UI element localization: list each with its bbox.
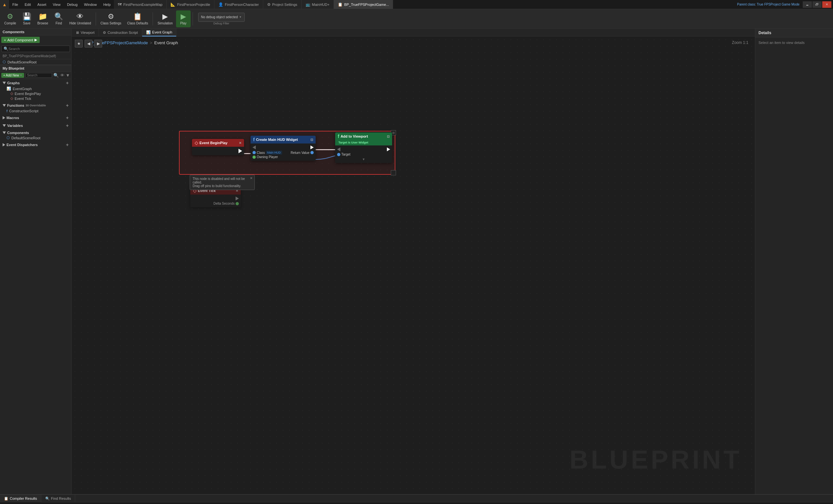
browse-button[interactable]: 📁 Browse xyxy=(35,10,51,27)
class-settings-button[interactable]: ⚙ Class Settings xyxy=(98,10,124,27)
create-main-hud-node[interactable]: f Create Main HUD Widget ⊡ xyxy=(251,136,316,161)
simulation-button[interactable]: ▶ Simulation xyxy=(155,10,175,27)
bp-graphs-section: Graphs + 📊 EventGraph ◇ Event BeginPlay … xyxy=(0,79,71,101)
bp-components-header[interactable]: Components xyxy=(0,130,71,135)
class-defaults-button[interactable]: 📋 Class Defaults xyxy=(125,10,151,27)
create-hud-exec-in[interactable] xyxy=(253,145,256,149)
debug-filter-button[interactable]: No debug object selected ▼ xyxy=(198,13,245,22)
bp-functions-section: Functions 30 Overridable + f Constructio… xyxy=(0,101,71,114)
add-viewport-expand-btn[interactable]: ▼ xyxy=(362,158,365,161)
construction-tab-icon: ⚙ xyxy=(103,30,106,35)
hide-unrelated-button[interactable]: 👁 Hide Unrelated xyxy=(67,10,94,27)
tab-event-graph[interactable]: 📊 Event Graph xyxy=(142,29,177,37)
compiler-output: • [0876.88] Compile of BP_TrueFPSProject… xyxy=(0,502,833,504)
tab-bp-true-fps[interactable]: 📋 BP_TrueFPSProjectGame... xyxy=(334,0,394,9)
compile-button[interactable]: ⚙ Compile xyxy=(2,10,19,27)
bp-variables-section: Variables + xyxy=(0,122,71,129)
save-button[interactable]: 💾 Save xyxy=(20,10,34,27)
save-icon: 💾 xyxy=(22,13,31,21)
bp-event-dispatchers-header[interactable]: Event Dispatchers + xyxy=(0,142,71,148)
bp-add-new-button[interactable]: + Add New ▼ xyxy=(1,73,24,78)
bp-event-graph-item[interactable]: 📊 EventGraph xyxy=(0,86,71,91)
menu-asset[interactable]: Asset xyxy=(34,0,50,9)
scene-root-icon: ⬡ xyxy=(3,60,6,64)
add-component-area: + Add Component ▶ xyxy=(0,35,71,44)
bp-search-input[interactable] xyxy=(27,74,50,77)
create-hud-class-pin[interactable] xyxy=(253,151,256,154)
tab-project-settings[interactable]: ⚙ Project Settings xyxy=(263,0,302,9)
add-viewport-exec-out[interactable] xyxy=(387,147,390,151)
menu-file[interactable]: File xyxy=(9,0,22,9)
bp-construction-script-item[interactable]: f ConstructionScript xyxy=(0,109,71,113)
begin-play-icon: ◇ xyxy=(10,91,13,96)
play-button[interactable]: ▶ Play xyxy=(176,10,191,27)
event-begin-play-close[interactable]: ✕ xyxy=(239,141,241,145)
main-layout: Components + Add Component ▶ 🔍 BP_TrueFP… xyxy=(0,29,833,494)
create-hud-return-pin[interactable] xyxy=(310,151,314,154)
bp-functions-header[interactable]: Functions 30 Overridable + xyxy=(0,102,71,109)
bp-search-bar[interactable] xyxy=(25,73,52,78)
menu-debug[interactable]: Debug xyxy=(64,0,81,9)
tab-first-person-character[interactable]: 👤 FirstPersonCharacter xyxy=(214,0,263,9)
add-viewport-exec-in[interactable] xyxy=(337,147,340,151)
blueprint-watermark: BLUEPRINT xyxy=(569,445,742,475)
bp-graphs-header[interactable]: Graphs + xyxy=(0,80,71,86)
close-button[interactable]: ✕ xyxy=(822,1,831,8)
components-search-bar[interactable]: 🔍 xyxy=(1,46,70,52)
window-controls: 🗕 🗗 ✕ xyxy=(803,1,833,8)
event-tick-icon: ◇ xyxy=(10,96,13,100)
bp-search-icon-button[interactable]: 🔍 xyxy=(53,73,59,78)
event-begin-play-exec-out[interactable] xyxy=(239,149,242,153)
bp-macros-header[interactable]: Macros + xyxy=(0,115,71,121)
tab-first-person-projectile[interactable]: 📐 FirstPersonProjectile xyxy=(167,0,214,9)
construction-script-icon: f xyxy=(6,109,7,113)
menu-edit[interactable]: Edit xyxy=(22,0,34,9)
disabled-node-tooltip: This node is disabled and will not be ca… xyxy=(190,175,255,190)
bp-event-tick-item[interactable]: ◇ Event Tick xyxy=(0,96,71,101)
bp-default-scene-root-item[interactable]: ⬡ DefaultSceneRoot xyxy=(0,135,71,140)
add-to-viewport-node[interactable]: f Add to Viewport ⊡ Target is User Widge… xyxy=(335,133,392,163)
tab-main-hud[interactable]: 📺 MainHUD+ xyxy=(302,0,334,9)
create-hud-exec-out[interactable] xyxy=(310,145,314,149)
tab-first-person-example-map[interactable]: 🗺 FirstPersonExampleMap xyxy=(114,0,167,9)
event-tick-delta-pin[interactable] xyxy=(236,202,239,205)
components-search-input[interactable] xyxy=(8,47,68,51)
menu-help[interactable]: Help xyxy=(100,0,114,9)
add-viewport-collapse[interactable]: ⊡ xyxy=(387,135,389,138)
bp-variables-add-icon[interactable]: + xyxy=(66,123,69,128)
maximize-button[interactable]: 🗗 xyxy=(812,1,822,8)
bp-event-dispatchers-add-icon[interactable]: + xyxy=(66,142,69,147)
bp-eye-button[interactable]: 👁 xyxy=(60,73,65,78)
event-tick-exec-out[interactable] xyxy=(236,196,239,200)
minimize-button[interactable]: 🗕 xyxy=(803,1,812,8)
tab-viewport[interactable]: 🖥 Viewport xyxy=(72,29,99,37)
bottom-tab-compiler-results[interactable]: 📋 Compiler Results xyxy=(0,495,41,502)
create-hud-collapse[interactable]: ⊡ xyxy=(310,138,313,142)
event-dispatchers-expand-icon xyxy=(3,143,5,146)
add-viewport-target-pin[interactable] xyxy=(337,153,340,156)
bp-functions-add-icon[interactable]: + xyxy=(66,103,69,108)
find-button[interactable]: 🔍 Find xyxy=(51,10,66,27)
add-component-button[interactable]: + Add Component ▶ xyxy=(1,37,40,43)
canvas-zoom-level: Zoom 1:1 xyxy=(732,40,748,45)
bp-options-button[interactable]: ▼ xyxy=(66,73,70,78)
bp-variables-header[interactable]: Variables + xyxy=(0,122,71,129)
app-logo: ▲ xyxy=(0,0,9,9)
disabled-tooltip-close[interactable]: ✕ xyxy=(250,176,253,180)
canvas-forward-button[interactable]: ▶ xyxy=(94,40,102,48)
tab-construction-script[interactable]: ⚙ Construction Script xyxy=(99,29,142,37)
create-hud-owning-pin[interactable] xyxy=(253,155,256,159)
components-panel: Components + Add Component ▶ 🔍 BP_TrueFP… xyxy=(0,29,71,65)
default-scene-root-item[interactable]: ⬡ DefaultSceneRoot xyxy=(0,59,71,65)
details-panel-header: Details xyxy=(755,29,833,38)
event-begin-play-node[interactable]: ◇ Event BeginPlay ✕ xyxy=(192,139,244,155)
bp-macros-add-icon[interactable]: + xyxy=(66,115,69,120)
canvas-back-button[interactable]: ◀ xyxy=(85,40,92,48)
canvas-star-button[interactable]: ★ xyxy=(75,40,82,48)
bottom-tab-find-results[interactable]: 🔍 Find Results xyxy=(41,495,75,502)
bp-event-begin-play-item[interactable]: ◇ Event BeginPlay xyxy=(0,91,71,96)
bp-graphs-add-icon[interactable]: + xyxy=(66,80,69,86)
menu-window[interactable]: Window xyxy=(81,0,100,9)
blueprint-canvas[interactable]: ★ ◀ ▶ BP_TrueFPSProjectGameMode > Event … xyxy=(72,37,755,494)
menu-view[interactable]: View xyxy=(49,0,64,9)
